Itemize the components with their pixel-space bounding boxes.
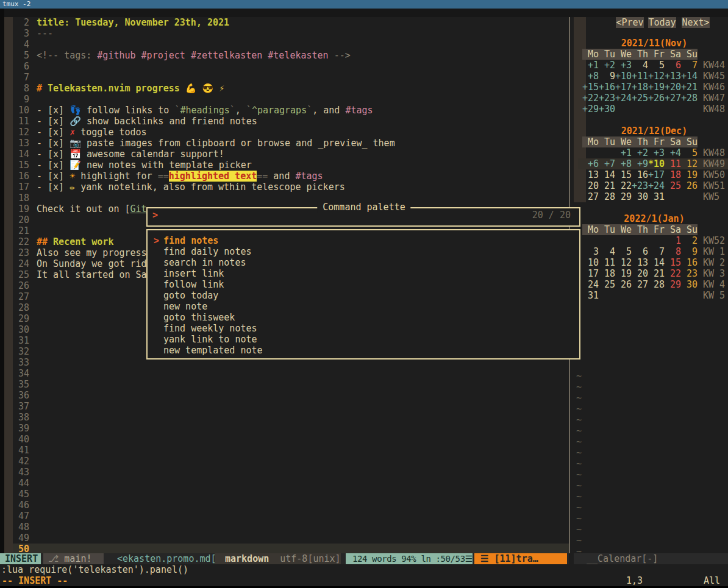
- editor-line[interactable]: 49: [13, 533, 569, 544]
- calendar-day[interactable]: +19: [648, 82, 665, 93]
- calendar-day[interactable]: 22: [665, 268, 681, 279]
- calendar-day[interactable]: +8: [615, 158, 632, 169]
- calendar-day[interactable]: 1: [665, 235, 681, 246]
- calendar-day[interactable]: 19: [681, 169, 698, 180]
- editor-line[interactable]: 5<!-- tags: #github #project #zettelkast…: [13, 50, 569, 61]
- editor-line[interactable]: 46: [13, 500, 569, 511]
- calendar-day[interactable]: 21: [599, 180, 615, 191]
- calendar-day[interactable]: +16: [599, 82, 615, 93]
- editor-line[interactable]: 8# Telekasten.nvim progress 💪 😎 ⚡: [13, 83, 569, 94]
- calendar-day[interactable]: +2: [632, 147, 648, 158]
- calendar-day[interactable]: 21: [648, 268, 665, 279]
- calendar-day[interactable]: 13: [582, 169, 599, 180]
- calendar-day[interactable]: +14: [681, 71, 698, 82]
- calendar-day[interactable]: +29: [582, 104, 599, 115]
- calendar-day[interactable]: +2: [599, 60, 615, 71]
- calendar-day[interactable]: +8: [582, 71, 599, 82]
- editor-line[interactable]: 2title: Tuesday, November 23th, 2021: [13, 17, 569, 28]
- calendar-day[interactable]: +22: [582, 93, 599, 104]
- editor-line[interactable]: 36: [13, 390, 569, 401]
- calendar-day[interactable]: 16: [632, 169, 648, 180]
- calendar-day[interactable]: 27: [632, 279, 648, 290]
- editor-line[interactable]: 16- [x] ☀ highlight for ==highlighted te…: [13, 171, 569, 182]
- calendar-day[interactable]: 30: [681, 279, 698, 290]
- calendar-today-button[interactable]: Today: [648, 17, 676, 28]
- calendar-day[interactable]: +25: [632, 93, 648, 104]
- calendar-day[interactable]: +15: [582, 82, 599, 93]
- calendar-day[interactable]: 9: [599, 71, 615, 82]
- calendar-day[interactable]: +20: [665, 82, 681, 93]
- editor-line[interactable]: 42: [13, 456, 569, 467]
- editor-line[interactable]: 47: [13, 511, 569, 522]
- calendar-day[interactable]: 15: [615, 169, 632, 180]
- calendar-day[interactable]: 8: [665, 246, 681, 257]
- calendar-day[interactable]: 15: [665, 257, 681, 268]
- palette-item[interactable]: goto thisweek: [154, 312, 579, 323]
- palette-item[interactable]: goto today: [154, 290, 579, 301]
- calendar-day[interactable]: 18: [599, 268, 615, 279]
- calendar-day[interactable]: +10: [615, 71, 632, 82]
- palette-item[interactable]: >find notes: [154, 235, 579, 246]
- calendar-day[interactable]: +28: [681, 93, 698, 104]
- editor-line[interactable]: 18: [13, 193, 569, 204]
- calendar-day[interactable]: +1: [582, 60, 599, 71]
- command-line[interactable]: :lua require('telekasten').panel(): [1, 564, 727, 575]
- calendar-day[interactable]: 7: [681, 60, 698, 71]
- calendar-day[interactable]: +26: [648, 93, 665, 104]
- calendar-day[interactable]: 25: [665, 180, 681, 191]
- calendar-day[interactable]: 11: [599, 257, 615, 268]
- editor-line[interactable]: 13- [x] 📷 paste images from clipboard or…: [13, 138, 569, 149]
- calendar-day[interactable]: +23: [632, 180, 648, 191]
- editor-line[interactable]: 44: [13, 478, 569, 489]
- editor-line[interactable]: 48: [13, 522, 569, 533]
- editor-line[interactable]: 37: [13, 401, 569, 412]
- editor-line[interactable]: 12- [x] ✗ toggle todos: [13, 127, 569, 138]
- calendar-day[interactable]: 28: [599, 191, 615, 202]
- palette-item[interactable]: new note: [154, 301, 579, 312]
- palette-item[interactable]: search in notes: [154, 257, 579, 268]
- calendar-day[interactable]: +27: [665, 93, 681, 104]
- editor-line[interactable]: 14- [x] 📅 awesome calendar support!: [13, 149, 569, 160]
- calendar-day[interactable]: +17: [615, 82, 632, 93]
- calendar-day[interactable]: 5: [648, 60, 665, 71]
- editor-line[interactable]: 11- [x] 🔗 show backlinks and friend note…: [13, 116, 569, 127]
- editor-line[interactable]: 10- [x] 👣 follow links to `#headings`, `…: [13, 105, 569, 116]
- editor-line[interactable]: 43: [13, 467, 569, 478]
- calendar-day[interactable]: 18: [665, 169, 681, 180]
- calendar-day[interactable]: 4: [599, 246, 615, 257]
- calendar-day[interactable]: 28: [648, 279, 665, 290]
- calendar-day[interactable]: 31: [648, 191, 665, 202]
- palette-item[interactable]: follow link: [154, 279, 579, 290]
- calendar-prev-button[interactable]: <Prev: [616, 17, 644, 28]
- calendar-day[interactable]: 31: [582, 290, 599, 301]
- calendar-day[interactable]: 6: [632, 246, 648, 257]
- editor-line[interactable]: 9: [13, 94, 569, 105]
- calendar-day[interactable]: 20: [632, 268, 648, 279]
- editor-line[interactable]: 15- [x] 📝 new notes with template picker: [13, 160, 569, 171]
- calendar-day[interactable]: 27: [582, 191, 599, 202]
- calendar-day[interactable]: 10: [582, 257, 599, 268]
- calendar-day[interactable]: 29: [615, 191, 632, 202]
- calendar-day[interactable]: 9: [681, 246, 698, 257]
- calendar-day[interactable]: 12: [615, 257, 632, 268]
- calendar-day[interactable]: 13: [632, 257, 648, 268]
- calendar-day[interactable]: 26: [681, 180, 698, 191]
- calendar-day[interactable]: 2: [681, 235, 698, 246]
- calendar-day[interactable]: 11: [665, 158, 681, 169]
- palette-item[interactable]: yank link to note: [154, 334, 579, 345]
- palette-item[interactable]: find weekly notes: [154, 323, 579, 334]
- editor-line[interactable]: 17- [x] ✏ yank notelink, also from wthin…: [13, 182, 569, 193]
- calendar-day[interactable]: +13: [665, 71, 681, 82]
- calendar-day[interactable]: 24: [582, 279, 599, 290]
- editor-line[interactable]: 3---: [13, 28, 569, 39]
- calendar-day[interactable]: 17: [582, 268, 599, 279]
- calendar-day[interactable]: 19: [615, 268, 632, 279]
- calendar-day[interactable]: +1: [615, 147, 632, 158]
- editor-line[interactable]: 7: [13, 72, 569, 83]
- calendar-day[interactable]: 7: [648, 246, 665, 257]
- editor-line[interactable]: 41: [13, 445, 569, 456]
- calendar-day[interactable]: +3: [615, 60, 632, 71]
- calendar-day[interactable]: +17: [648, 169, 665, 180]
- calendar-day[interactable]: +21: [681, 82, 698, 93]
- editor-line[interactable]: 6: [13, 61, 569, 72]
